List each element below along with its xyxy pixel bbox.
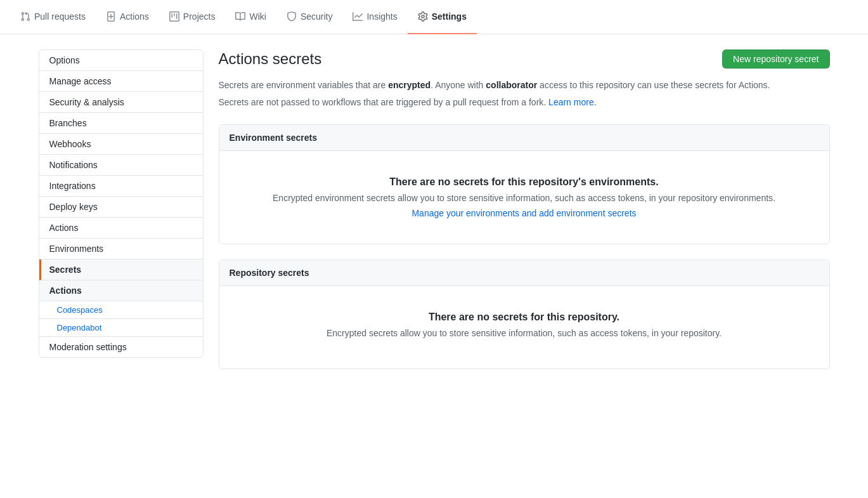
repository-secrets-body: There are no secrets for this repository… (219, 286, 829, 369)
nav-settings[interactable]: Settings (408, 0, 477, 34)
info-text-1: Secrets are environment variables that a… (219, 79, 830, 92)
sidebar: Options Manage access Security & analysi… (39, 49, 204, 358)
sidebar-item-integrations[interactable]: Integrations (39, 176, 203, 197)
sidebar-sub-dependabot[interactable]: Dependabot (39, 319, 203, 337)
sidebar-item-moderation[interactable]: Moderation settings (39, 337, 203, 357)
nav-pull-requests[interactable]: Pull requests (10, 0, 96, 34)
nav-security-label: Security (301, 11, 333, 22)
shield-icon (287, 11, 297, 22)
nav-security[interactable]: Security (276, 0, 343, 34)
book-icon (235, 11, 245, 22)
nav-actions-label: Actions (120, 11, 149, 22)
gear-icon (418, 11, 428, 22)
environment-secrets-header: Environment secrets (219, 125, 829, 151)
repo-empty-desc: Encrypted secrets allow you to store sen… (230, 328, 819, 338)
nav-actions[interactable]: Actions (96, 0, 159, 34)
env-empty-title: There are no secrets for this repository… (230, 176, 819, 188)
manage-environments-link[interactable]: Manage your environments and add environ… (411, 208, 636, 218)
nav-insights[interactable]: Insights (342, 0, 407, 34)
sidebar-item-environments[interactable]: Environments (39, 239, 203, 259)
sidebar-item-manage-access[interactable]: Manage access (39, 71, 203, 92)
sidebar-item-security-analysis[interactable]: Security & analysis (39, 92, 203, 113)
sidebar-item-actions[interactable]: Actions (39, 218, 203, 239)
repo-empty-title: There are no secrets for this repository… (230, 311, 819, 323)
project-icon (169, 11, 179, 22)
main-content: Actions secrets New repository secret Se… (219, 49, 830, 369)
graph-icon (353, 11, 363, 22)
sidebar-item-notifications[interactable]: Notifications (39, 155, 203, 176)
encrypted-bold: encrypted (388, 80, 431, 90)
nav-wiki-label: Wiki (249, 11, 266, 22)
repository-secrets-section: Repository secrets There are no secrets … (219, 259, 830, 369)
nav-projects-label: Projects (183, 11, 216, 22)
top-nav: Pull requests Actions Projects Wiki Secu… (0, 0, 868, 34)
nav-insights-label: Insights (366, 11, 397, 22)
nav-pull-requests-label: Pull requests (34, 11, 86, 22)
page-title: Actions secrets (219, 50, 322, 68)
main-layout: Options Manage access Security & analysi… (29, 34, 840, 384)
sidebar-item-webhooks[interactable]: Webhooks (39, 134, 203, 155)
nav-settings-label: Settings (432, 11, 467, 22)
sidebar-item-secrets[interactable]: Secrets (39, 259, 203, 280)
environment-secrets-body: There are no secrets for this repository… (219, 151, 829, 244)
sidebar-section-actions: Actions (39, 280, 203, 301)
play-icon (106, 11, 116, 22)
environment-secrets-section: Environment secrets There are no secrets… (219, 124, 830, 244)
page-header: Actions secrets New repository secret (219, 49, 830, 69)
nav-projects[interactable]: Projects (159, 0, 226, 34)
collaborator-bold: collaborator (486, 80, 537, 90)
new-repository-secret-button[interactable]: New repository secret (722, 49, 829, 69)
env-empty-desc: Encrypted environment secrets allow you … (230, 193, 819, 203)
sidebar-item-branches[interactable]: Branches (39, 113, 203, 134)
sidebar-item-deploy-keys[interactable]: Deploy keys (39, 197, 203, 218)
sidebar-item-options[interactable]: Options (39, 50, 203, 71)
sidebar-sub-codespaces[interactable]: Codespaces (39, 301, 203, 319)
nav-wiki[interactable]: Wiki (225, 0, 276, 34)
pull-request-icon (20, 11, 30, 22)
learn-more-link[interactable]: Learn more. (548, 97, 596, 107)
repository-secrets-header: Repository secrets (219, 260, 829, 286)
info-text-2: Secrets are not passed to workflows that… (219, 96, 830, 109)
